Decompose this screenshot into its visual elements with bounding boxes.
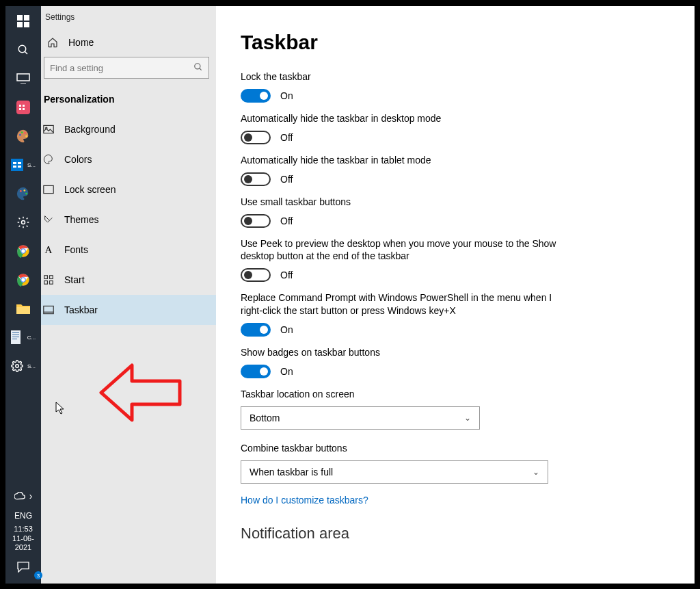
start-button[interactable] xyxy=(5,8,41,35)
svg-rect-3 xyxy=(24,22,29,27)
sidebar-search[interactable]: Find a setting xyxy=(44,57,209,79)
chevron-down-icon: ⌄ xyxy=(464,413,471,423)
chevron-down-icon: ⌄ xyxy=(533,467,539,477)
setting-peek: Use Peek to preview the desktop when you… xyxy=(241,237,670,283)
window-title: Settings xyxy=(41,8,216,27)
taskbar-app-paint[interactable] xyxy=(5,122,41,150)
svg-rect-6 xyxy=(17,74,29,81)
toggle-switch[interactable] xyxy=(241,89,271,103)
nav-start[interactable]: Start xyxy=(41,265,216,295)
svg-rect-46 xyxy=(44,276,48,279)
taskbar-app-palette[interactable] xyxy=(5,180,41,207)
taskbar-app-label: C... xyxy=(27,335,36,341)
settings-content: Taskbar Lock the taskbar On Automaticall… xyxy=(216,6,695,584)
svg-rect-18 xyxy=(13,162,16,164)
setting-powershell: Replace Command Prompt with Windows Powe… xyxy=(241,291,670,337)
nav-item-label: Fonts xyxy=(64,244,88,255)
task-view-icon[interactable] xyxy=(5,65,41,92)
picture-icon xyxy=(42,123,55,135)
toggle-state: On xyxy=(280,90,293,101)
nav-item-label: Lock screen xyxy=(64,184,116,195)
clock-date: 11-06-2021 xyxy=(5,534,41,552)
taskbar-app-settings-active[interactable]: S... xyxy=(5,352,41,380)
svg-rect-9 xyxy=(19,105,21,107)
toggle-switch[interactable] xyxy=(241,214,271,228)
section-heading: Notification area xyxy=(241,525,670,542)
nav-item-label: Start xyxy=(64,274,85,285)
setting-label: Combine taskbar buttons xyxy=(241,442,569,455)
setting-label: Show badges on taskbar buttons xyxy=(241,346,569,359)
toggle-state: On xyxy=(280,324,293,335)
toggle-switch[interactable] xyxy=(241,268,271,282)
toggle-switch[interactable] xyxy=(241,323,271,337)
setting-label: Automatically hide the taskbar in deskto… xyxy=(241,112,569,125)
svg-point-41 xyxy=(195,63,200,68)
svg-rect-45 xyxy=(44,185,53,193)
svg-line-5 xyxy=(25,51,27,54)
taskbar-app-label: S... xyxy=(27,162,36,168)
setting-lock-taskbar: Lock the taskbar On xyxy=(241,70,670,103)
setting-autohide-desktop: Automatically hide the taskbar in deskto… xyxy=(241,112,670,144)
tray-overflow[interactable]: › xyxy=(5,485,41,507)
settings-window: Settings Home Find a setting Personaliza… xyxy=(41,6,695,584)
svg-rect-43 xyxy=(44,125,53,133)
nav-taskbar[interactable]: Taskbar xyxy=(41,295,216,325)
setting-label: Automatically hide the taskbar in tablet… xyxy=(241,154,569,167)
svg-rect-47 xyxy=(50,276,53,279)
toggle-state: Off xyxy=(280,174,293,185)
nav-home[interactable]: Home xyxy=(41,27,216,55)
nav-item-label: Taskbar xyxy=(64,304,98,315)
nav-home-label: Home xyxy=(68,37,94,48)
taskbar-app-document[interactable]: C... xyxy=(5,324,41,351)
svg-rect-8 xyxy=(16,101,30,114)
svg-point-15 xyxy=(24,132,26,134)
toggle-switch[interactable] xyxy=(241,131,271,144)
nav-colors[interactable]: Colors xyxy=(41,144,216,174)
toggle-switch[interactable] xyxy=(241,365,271,378)
lock-screen-icon xyxy=(42,183,55,196)
home-icon xyxy=(46,36,59,49)
svg-point-16 xyxy=(25,135,27,138)
toggle-state: Off xyxy=(280,132,293,143)
themes-icon xyxy=(42,213,55,226)
svg-rect-11 xyxy=(19,108,21,110)
taskbar-app-chrome-2[interactable] xyxy=(5,266,41,293)
clock-time: 11:53 xyxy=(5,525,41,534)
windows-taskbar: S... C... S... xyxy=(5,6,41,584)
clock[interactable]: 11:53 11-06-2021 xyxy=(5,525,41,552)
svg-point-22 xyxy=(20,190,22,192)
nav-themes[interactable]: Themes xyxy=(41,205,216,235)
taskbar-app-store[interactable]: S... xyxy=(5,151,41,179)
search-icon xyxy=(193,62,203,74)
svg-point-33 xyxy=(21,278,25,281)
svg-rect-34 xyxy=(16,307,30,314)
language-indicator[interactable]: ENG xyxy=(14,511,32,521)
palette-icon xyxy=(42,153,55,166)
nav-lock-screen[interactable]: Lock screen xyxy=(41,174,216,205)
toggle-state: On xyxy=(280,366,293,377)
svg-point-40 xyxy=(16,365,19,368)
svg-point-14 xyxy=(21,131,23,133)
combine-select[interactable]: When taskbar is full ⌄ xyxy=(241,460,548,484)
svg-rect-19 xyxy=(18,162,21,164)
toggle-switch[interactable] xyxy=(241,172,271,186)
taskbar-app-file-explorer[interactable] xyxy=(5,295,41,322)
svg-point-24 xyxy=(25,193,27,195)
search-icon[interactable] xyxy=(5,36,41,64)
taskbar-app-label: S... xyxy=(27,363,36,369)
setting-taskbar-location: Taskbar location on screen Bottom ⌄ xyxy=(241,388,670,430)
taskbar-app-tools[interactable] xyxy=(5,209,41,236)
action-center-icon[interactable]: 3 xyxy=(5,556,41,578)
taskbar-icon xyxy=(42,304,55,316)
font-icon: A xyxy=(42,244,55,256)
taskbar-app-calendar[interactable] xyxy=(5,94,41,121)
svg-point-23 xyxy=(23,189,25,192)
select-value: Bottom xyxy=(250,413,280,423)
location-select[interactable]: Bottom ⌄ xyxy=(241,406,480,430)
nav-background[interactable]: Background xyxy=(41,114,216,144)
help-link[interactable]: How do I customize taskbars? xyxy=(241,495,670,506)
svg-rect-49 xyxy=(50,281,53,285)
svg-rect-36 xyxy=(12,332,19,333)
nav-fonts[interactable]: A Fonts xyxy=(41,235,216,265)
taskbar-app-chrome-1[interactable] xyxy=(5,237,41,265)
